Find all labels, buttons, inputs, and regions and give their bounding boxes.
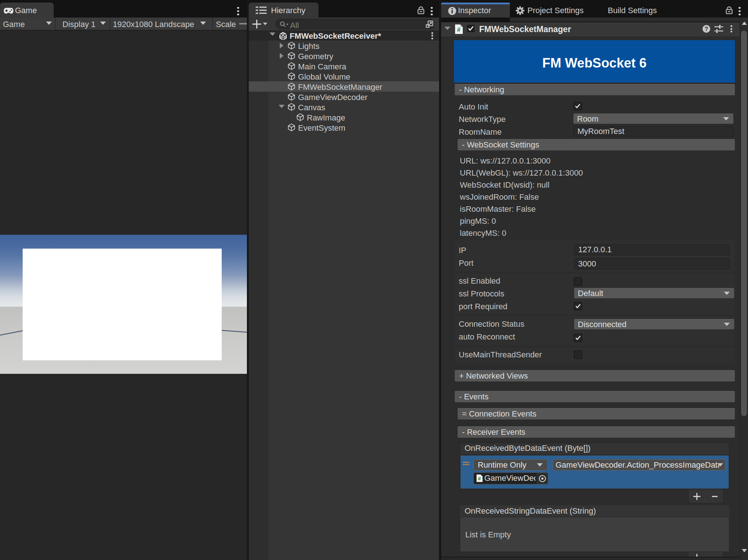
svg-text:?: ? bbox=[705, 26, 708, 32]
svg-text:#: # bbox=[457, 26, 461, 33]
svg-text:#: # bbox=[478, 476, 481, 482]
